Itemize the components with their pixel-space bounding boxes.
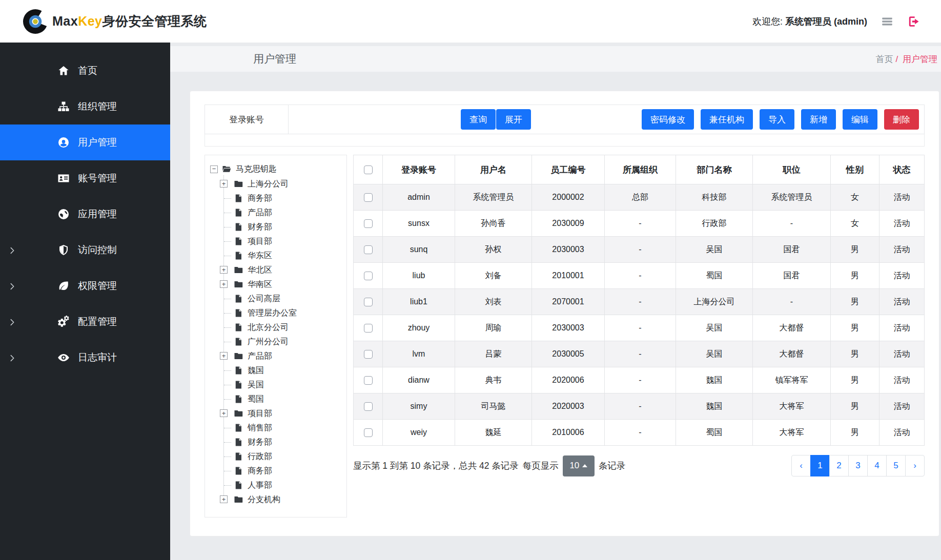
tree-node[interactable]: 商务部 — [208, 191, 343, 205]
expand-button[interactable]: 展开 — [496, 109, 531, 130]
file-icon — [234, 208, 243, 217]
page-button-3[interactable]: 3 — [848, 455, 868, 476]
query-button[interactable]: 查询 — [461, 109, 496, 130]
edit-button[interactable]: 编辑 — [843, 109, 877, 130]
expand-toggle[interactable]: + — [220, 409, 228, 417]
add-button[interactable]: 新增 — [801, 109, 836, 130]
tree-node[interactable]: +上海分公司 — [208, 177, 343, 191]
page-button-4[interactable]: 4 — [867, 455, 887, 476]
tree-node[interactable]: 销售部 — [208, 421, 343, 435]
table-row[interactable]: simy司马懿2020003-魏国大将军男活动 — [354, 393, 925, 420]
file-icon — [234, 337, 243, 346]
row-checkbox[interactable] — [364, 402, 373, 411]
expand-toggle[interactable]: + — [220, 266, 228, 274]
import-button[interactable]: 导入 — [760, 109, 794, 130]
page-button-5[interactable]: 5 — [886, 455, 906, 476]
sidebar-item-home[interactable]: 首页 — [0, 53, 170, 89]
tree-node[interactable]: 产品部 — [208, 205, 343, 220]
table-row[interactable]: lvm吕蒙2030005-吴国大都督男活动 — [354, 341, 925, 367]
table-row[interactable]: weiy魏延2010006-蜀国大将军男活动 — [354, 420, 925, 446]
table-row[interactable]: sunq孙权2030003-吴国国君男活动 — [354, 237, 925, 263]
tree-node[interactable]: 商务部 — [208, 464, 343, 478]
user-icon — [57, 136, 70, 149]
tree-node[interactable]: 华东区 — [208, 248, 343, 263]
cell-position: 大都督 — [753, 315, 831, 341]
tree-node[interactable]: 人事部 — [208, 478, 343, 492]
sidebar-item-label: 组织管理 — [78, 100, 117, 113]
breadcrumb-home-link[interactable]: 首页 — [876, 54, 893, 64]
tree-node[interactable]: 广州分公司 — [208, 335, 343, 349]
expand-toggle[interactable]: + — [220, 495, 228, 503]
tree-node[interactable]: +华北区 — [208, 263, 343, 277]
tree-node[interactable]: 项目部 — [208, 234, 343, 248]
table-row[interactable]: dianw典韦2020006-魏国镇军将军男活动 — [354, 367, 925, 393]
password-button[interactable]: 密码修改 — [642, 109, 694, 130]
tree-node[interactable]: 行政部 — [208, 449, 343, 464]
cell-department: 吴国 — [676, 315, 753, 341]
tree-node[interactable]: +项目部 — [208, 406, 343, 421]
tree-node[interactable]: 管理层办公室 — [208, 306, 343, 320]
table-row[interactable]: sunsx孙尚香2030009-行政部-女活动 — [354, 211, 925, 237]
sidebar-item-audit[interactable]: 日志审计 — [0, 340, 170, 376]
sidebar-item-account[interactable]: 账号管理 — [0, 160, 170, 196]
delete-button[interactable]: 删除 — [884, 109, 919, 130]
collapse-toggle[interactable]: − — [210, 165, 218, 173]
eye-icon — [57, 351, 70, 364]
table-row[interactable]: liub1刘表2070001-上海分公司-男活动 — [354, 289, 925, 315]
table-row[interactable]: liub刘备2010001-蜀国国君男活动 — [354, 263, 925, 289]
table-row[interactable]: admin系统管理员2000002总部科技部系统管理员女活动 — [354, 184, 925, 211]
row-checkbox[interactable] — [364, 245, 373, 254]
chevron-right-icon — [8, 246, 16, 254]
tree-node[interactable]: 北京分公司 — [208, 320, 343, 335]
tree-node[interactable]: 财务部 — [208, 220, 343, 234]
login-account-input[interactable] — [289, 105, 461, 134]
row-checkbox[interactable] — [364, 324, 373, 333]
tree-node[interactable]: 蜀国 — [208, 392, 343, 406]
next-page-button[interactable]: › — [905, 455, 925, 476]
row-checkbox[interactable] — [364, 272, 373, 280]
cell-login-account: lvm — [383, 341, 455, 367]
row-checkbox[interactable] — [364, 376, 373, 385]
tree-node[interactable]: 魏国 — [208, 363, 343, 378]
row-checkbox[interactable] — [364, 193, 373, 202]
record-count-text: 显示第 1 到第 10 条记录，总共 42 条记录 — [353, 460, 519, 472]
expand-toggle[interactable]: + — [220, 180, 228, 188]
hamburger-menu-icon[interactable] — [881, 15, 894, 28]
tree-node[interactable]: 财务部 — [208, 435, 343, 449]
sidebar-item-app[interactable]: 应用管理 — [0, 196, 170, 232]
select-all-checkbox[interactable] — [364, 165, 373, 174]
sign-out-icon[interactable] — [907, 15, 920, 28]
row-checkbox[interactable] — [364, 219, 373, 228]
cell-employee-id: 2010006 — [532, 420, 605, 446]
chevron-right-icon — [8, 354, 16, 362]
cell-gender: 男 — [831, 367, 879, 393]
cell-gender: 男 — [831, 393, 879, 420]
page-button-2[interactable]: 2 — [829, 455, 849, 476]
brand: MaxKey身份安全管理系统 — [23, 9, 207, 34]
tree-node-label: 北京分公司 — [248, 322, 289, 333]
sidebar-item-config[interactable]: 配置管理 — [0, 304, 170, 340]
table-row[interactable]: zhouy周瑜2030003-吴国大都督男活动 — [354, 315, 925, 341]
agency-button[interactable]: 兼任机构 — [701, 109, 753, 130]
tree-node[interactable]: +产品部 — [208, 349, 343, 363]
tree-node[interactable]: 公司高层 — [208, 292, 343, 306]
page-size-select[interactable]: 10 — [563, 455, 595, 476]
tree-node[interactable]: +分支机构 — [208, 492, 343, 507]
tree-node[interactable]: 吴国 — [208, 378, 343, 392]
tree-root-node[interactable]: − 马克思钥匙 — [208, 161, 343, 177]
row-checkbox[interactable] — [364, 428, 373, 437]
expand-toggle[interactable]: + — [220, 280, 228, 288]
sidebar-item-org[interactable]: 组织管理 — [0, 89, 170, 125]
prev-page-button[interactable]: ‹ — [791, 455, 811, 476]
expand-toggle[interactable]: + — [220, 352, 228, 360]
cell-username: 孙尚香 — [455, 211, 532, 237]
row-checkbox[interactable] — [364, 298, 373, 306]
sidebar-item-access[interactable]: 访问控制 — [0, 232, 170, 268]
file-icon — [234, 294, 243, 303]
tree-node[interactable]: +华南区 — [208, 277, 343, 292]
breadcrumb: 首页 / 用户管理 — [876, 53, 937, 65]
sidebar-item-perm[interactable]: 权限管理 — [0, 268, 170, 304]
row-checkbox[interactable] — [364, 350, 373, 359]
page-button-1[interactable]: 1 — [810, 455, 830, 476]
sidebar-item-user[interactable]: 用户管理 — [0, 125, 170, 160]
